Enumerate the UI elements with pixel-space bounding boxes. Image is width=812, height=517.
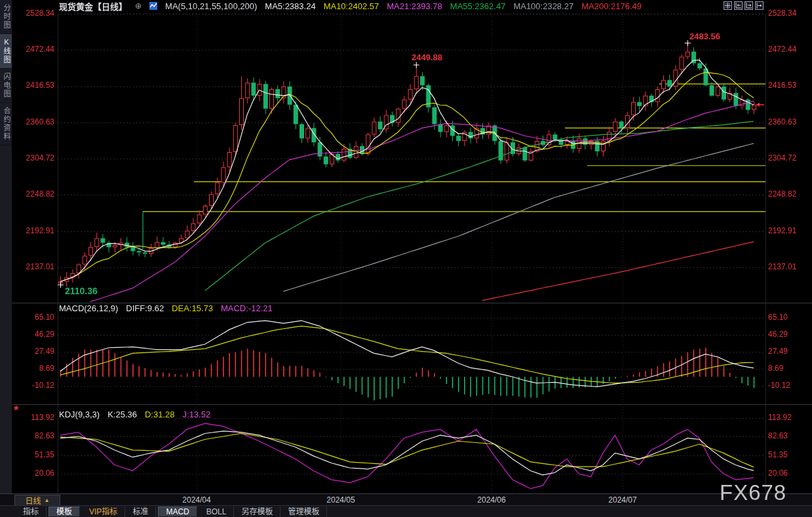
toolbar-item-boll[interactable]: BOLL: [199, 507, 235, 517]
macd-value: MACD:-12.21: [221, 303, 273, 313]
macd-label-right: 65.10: [768, 313, 809, 322]
price-label-left: 2137.01: [14, 262, 54, 271]
price-label-right: 2416.53: [768, 81, 809, 90]
kdj-header: KDJ(9,3,3) K:25.36 D:31.28 J:13.52: [59, 410, 210, 419]
macd-label-right: 46.29: [768, 330, 809, 339]
shift-right-icon[interactable]: [755, 1, 764, 10]
kdj-label-right: 51.35: [768, 450, 809, 459]
toolbar-item-save-template[interactable]: 另存模板: [234, 507, 280, 517]
time-axis: 日线 ▲ 2024/04 2024/05 2024/06 2024/07: [0, 493, 812, 505]
kdj-label-left: 82.63: [14, 431, 54, 440]
toolbar-item-template[interactable]: 模板: [48, 507, 80, 517]
kdj-label-right: 82.63: [768, 431, 809, 440]
toolbar-item-indicators[interactable]: 指标: [16, 507, 47, 517]
kdj-label-left: 20.06: [14, 469, 54, 478]
price-label-left: 2472.44: [14, 45, 54, 54]
ma100-value: MA100:2328.27: [513, 1, 573, 11]
ma21-value: MA21:2393.78: [387, 1, 442, 11]
scale-right-icon[interactable]: [744, 1, 753, 10]
side-rail: 分时图 K线图 闪电图 合约资料: [0, 0, 12, 493]
ma10-value: MA10:2402.57: [324, 1, 379, 11]
price-label-right: 2304.72: [768, 153, 809, 163]
price-label-left: 2416.53: [14, 81, 54, 90]
period-selector[interactable]: 日线 ▲: [14, 495, 60, 506]
toolbar-item-standard[interactable]: 标准: [125, 507, 156, 517]
price-label-right: 2360.63: [768, 117, 809, 126]
toolbar-item-manage-template[interactable]: 管理模板: [280, 507, 327, 517]
ma55-value: MA55:2362.47: [450, 1, 506, 11]
window-icons: [724, 1, 764, 10]
date-label: 2024/04: [174, 495, 220, 505]
price-label-right: 2248.82: [768, 189, 809, 199]
macd-label-left: 65.10: [14, 313, 54, 322]
macd-label-left: 27.49: [14, 347, 54, 356]
macd-header: MACD(26,12,9) DIFF:9.62 DEA:15.73 MACD:-…: [59, 303, 273, 313]
kdj-label-right: 113.92: [768, 413, 809, 422]
sidebar-tab-timeshare[interactable]: 分时图: [0, 0, 12, 34]
fx678-watermark: FX678: [720, 480, 786, 505]
indicator-star-icon[interactable]: *: [14, 403, 18, 417]
toolbar-item-macd[interactable]: MACD: [158, 507, 197, 517]
add-compare-icon[interactable]: ⊕: [135, 1, 142, 10]
date-label: 2024/07: [600, 495, 646, 505]
date-label: 2024/05: [318, 495, 364, 505]
high-annotation: 2483.56: [689, 31, 720, 41]
macd-label-right: 27.49: [768, 347, 809, 356]
macd-dea-value: DEA:15.73: [172, 303, 213, 313]
kdj-d-value: D:31.28: [145, 410, 175, 419]
macd-label-left: 8.69: [14, 364, 54, 373]
high-annotation: 2449.88: [412, 52, 442, 62]
price-label-left: 2248.82: [14, 189, 54, 199]
chevron-up-icon: ▲: [45, 497, 50, 503]
macd-label-right: -10.12: [768, 381, 809, 390]
kdj-label-left: 113.92: [14, 413, 54, 422]
ma5-value: MA5:2383.24: [265, 1, 315, 11]
ma200-value: MA200:2176.49: [581, 1, 642, 11]
kdj-label-right: 20.06: [768, 469, 809, 478]
low-annotation: 2110.36: [65, 286, 98, 296]
bottom-toolbar: 指标 模板 VIP指标 标准 MACD BOLL 另存模板 管理模板: [0, 505, 812, 517]
macd-name: MACD(26,12,9): [59, 303, 118, 313]
scale-left-icon[interactable]: [734, 1, 743, 10]
chart-canvas[interactable]: [12, 0, 812, 505]
macd-label-right: 8.69: [768, 364, 809, 373]
date-label: 2024/06: [469, 495, 514, 505]
price-label-right: 2137.01: [768, 262, 809, 271]
symbol-title: 现货黄金【日线】: [59, 0, 127, 12]
sidebar-tab-contract-info[interactable]: 合约资料: [0, 103, 12, 145]
ma-caption: MA(5,10,21,55,100,200): [165, 1, 257, 11]
chart-header: 现货黄金【日线】 ⊕ MA(5,10,21,55,100,200) MA5:23…: [12, 0, 812, 12]
price-label-right: 2192.91: [768, 226, 809, 235]
kdj-label-left: 51.35: [14, 450, 54, 459]
period-label: 日线: [26, 495, 41, 506]
macd-diff-value: DIFF:9.62: [126, 303, 164, 313]
kdj-name: KDJ(9,3,3): [59, 410, 100, 419]
chart-type-icon[interactable]: [149, 2, 157, 10]
price-label-left: 2192.91: [14, 226, 54, 235]
trading-app-window: { "sidebar": { "tabs": [ {"label": "分时图"…: [0, 0, 812, 517]
kdj-k-value: K:25.36: [107, 410, 137, 419]
macd-label-left: -10.12: [14, 381, 54, 390]
sidebar-tab-lightning[interactable]: 闪电图: [0, 69, 12, 103]
price-label-right: 2472.44: [768, 45, 809, 54]
price-label-left: 2304.72: [14, 153, 54, 163]
sidebar-tab-kline[interactable]: K线图: [0, 34, 12, 69]
kdj-j-value: J:13.52: [183, 410, 211, 419]
pan-icon[interactable]: [724, 1, 732, 10]
price-label-left: 2360.63: [14, 117, 54, 126]
toolbar-item-vip-indicators[interactable]: VIP指标: [82, 507, 125, 517]
macd-label-left: 46.29: [14, 330, 54, 339]
